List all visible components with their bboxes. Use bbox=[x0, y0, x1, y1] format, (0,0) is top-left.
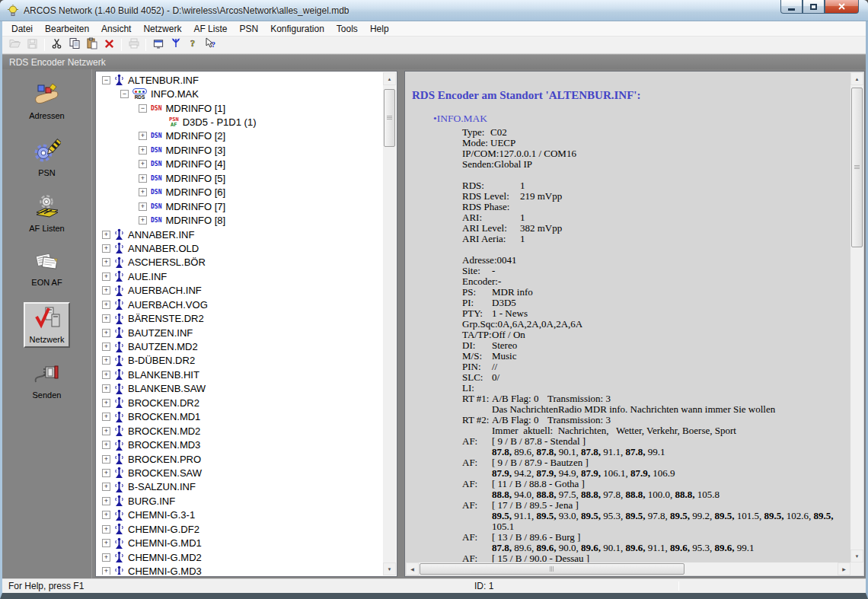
tree-item-b-salzun-inf[interactable]: +B-SALZUN.INF bbox=[97, 480, 382, 494]
tree-item-annaber-old[interactable]: +ANNABER.OLD bbox=[97, 241, 382, 255]
menu-item-bearbeiten[interactable]: Bearbeiten bbox=[39, 22, 95, 36]
delete-button[interactable] bbox=[101, 37, 118, 53]
expand-toggle-icon[interactable]: + bbox=[102, 525, 110, 534]
expand-toggle-icon[interactable]: + bbox=[102, 511, 110, 519]
menu-item-datei[interactable]: Datei bbox=[5, 22, 39, 36]
tree-item-brocken-dr2[interactable]: +BROCKEN.DR2 bbox=[97, 396, 382, 409]
tree-vertical-scrollbar[interactable]: ▲ ▼ bbox=[383, 72, 396, 575]
tree-item-b-renste-dr2[interactable]: +BÄRENSTE.DR2 bbox=[97, 311, 382, 325]
expand-toggle-icon[interactable]: + bbox=[102, 441, 110, 449]
help-button[interactable]: ? bbox=[184, 37, 202, 53]
paste-button[interactable] bbox=[83, 37, 101, 53]
expand-toggle-icon[interactable]: + bbox=[102, 483, 110, 491]
tree-item-mdrinfo-1[interactable]: −DSNMDRINFO [1] bbox=[97, 101, 382, 115]
sidebar-item-adressen[interactable]: Adressen bbox=[24, 80, 69, 123]
report-station-line[interactable]: •INFO.MAK bbox=[433, 113, 850, 125]
tree-item-auerbach-vog[interactable]: +AUERBACH.VOG bbox=[97, 298, 382, 311]
tree-item-mdrinfo-4[interactable]: +DSNMDRINFO [4] bbox=[97, 158, 382, 171]
expand-toggle-icon[interactable]: + bbox=[102, 371, 110, 379]
sidebar-item-psn[interactable]: PSN bbox=[29, 135, 65, 180]
tree-item-chemni-g-df2[interactable]: +CHEMNI-G.DF2 bbox=[97, 522, 382, 536]
expand-toggle-icon[interactable]: + bbox=[102, 329, 110, 337]
maximize-button[interactable] bbox=[803, 0, 825, 14]
menu-item-netzwerk[interactable]: Netzwerk bbox=[137, 22, 187, 36]
expand-toggle-icon[interactable]: + bbox=[102, 301, 110, 309]
expand-toggle-icon[interactable]: + bbox=[102, 314, 110, 323]
tree-item-brocken-md1[interactable]: +BROCKEN.MD1 bbox=[97, 410, 382, 424]
expand-toggle-icon[interactable]: + bbox=[102, 244, 110, 253]
sidebar-item-netzwerk[interactable]: Netzwerk bbox=[24, 302, 71, 348]
report-horizontal-scrollbar[interactable]: ◀ ▶ bbox=[406, 562, 850, 575]
expand-toggle-icon[interactable]: + bbox=[102, 497, 110, 505]
sidebar-item-senden[interactable]: Senden bbox=[28, 361, 66, 402]
minimize-button[interactable] bbox=[780, 0, 803, 14]
menu-item-help[interactable]: Help bbox=[364, 22, 395, 36]
tree-item-mdrinfo-3[interactable]: +DSNMDRINFO [3] bbox=[97, 143, 382, 157]
tree-item-chemni-g-3-1[interactable]: +CHEMNI-G.3-1 bbox=[97, 508, 382, 522]
report-hscrollbar-thumb[interactable] bbox=[420, 563, 685, 575]
tree-item-brocken-pro[interactable]: +BROCKEN.PRO bbox=[97, 452, 382, 466]
tree-item-b-d-ben-dr2[interactable]: +B-DÜBEN.DR2 bbox=[97, 354, 382, 368]
properties-button[interactable] bbox=[149, 37, 167, 53]
expand-toggle-icon[interactable]: + bbox=[139, 132, 147, 140]
expand-toggle-icon[interactable]: + bbox=[139, 160, 147, 168]
scroll-down-arrow[interactable]: ▼ bbox=[850, 550, 863, 562]
expand-toggle-icon[interactable]: + bbox=[102, 399, 110, 407]
scroll-left-arrow[interactable]: ◀ bbox=[406, 562, 419, 575]
tree-item-bautzen-md2[interactable]: +BAUTZEN.MD2 bbox=[97, 339, 382, 353]
tree-item-blankenb-hit[interactable]: +BLANKENB.HIT bbox=[97, 368, 382, 381]
tree-item-mdrinfo-5[interactable]: +DSNMDRINFO [5] bbox=[97, 171, 382, 185]
menu-item-ansicht[interactable]: Ansicht bbox=[95, 22, 137, 36]
scroll-right-arrow[interactable]: ▶ bbox=[838, 562, 850, 575]
expand-toggle-icon[interactable]: + bbox=[102, 553, 110, 562]
expand-toggle-icon[interactable]: + bbox=[139, 146, 147, 155]
expand-toggle-icon[interactable]: + bbox=[102, 427, 110, 435]
close-button[interactable] bbox=[825, 0, 859, 14]
scroll-up-arrow[interactable]: ▲ bbox=[850, 72, 863, 85]
tree-item-brocken-saw[interactable]: +BROCKEN.SAW bbox=[97, 466, 382, 480]
antenna-button[interactable] bbox=[167, 37, 184, 53]
tree-item-altenbur-inf[interactable]: −ALTENBUR.INF bbox=[97, 73, 382, 87]
tree-item-chemni-g-md2[interactable]: +CHEMNI-G.MD2 bbox=[97, 550, 382, 564]
expand-toggle-icon[interactable]: + bbox=[102, 539, 110, 547]
report-vertical-scrollbar[interactable]: ▲ ▼ bbox=[850, 72, 863, 562]
tree-item-mdrinfo-8[interactable]: +DSNMDRINFO [8] bbox=[97, 213, 382, 227]
tree-item-info-mak[interactable]: −RDSINFO.MAK bbox=[97, 87, 382, 100]
report-vscrollbar-thumb[interactable] bbox=[851, 88, 863, 247]
expand-toggle-icon[interactable]: + bbox=[139, 216, 147, 225]
collapse-toggle-icon[interactable]: − bbox=[120, 90, 129, 98]
expand-toggle-icon[interactable]: + bbox=[102, 384, 110, 393]
tree-item-aue-inf[interactable]: +AUE.INF bbox=[97, 269, 382, 283]
tree-scrollbar-thumb[interactable] bbox=[384, 89, 395, 147]
menu-item-psn[interactable]: PSN bbox=[233, 22, 264, 36]
collapse-toggle-icon[interactable]: − bbox=[102, 76, 110, 84]
copy-button[interactable] bbox=[65, 37, 83, 53]
expand-toggle-icon[interactable]: + bbox=[102, 567, 110, 575]
scroll-up-arrow[interactable]: ▲ bbox=[383, 72, 396, 85]
expand-toggle-icon[interactable]: + bbox=[102, 469, 110, 477]
tree-item-mdrinfo-7[interactable]: +DSNMDRINFO [7] bbox=[97, 199, 382, 213]
expand-toggle-icon[interactable]: + bbox=[102, 455, 110, 464]
menu-item-tools[interactable]: Tools bbox=[330, 22, 364, 36]
sidebar-item-af-listen[interactable]: AF Listen bbox=[24, 193, 69, 235]
tree-item-auerbach-inf[interactable]: +AUERBACH.INF bbox=[97, 284, 382, 298]
tree-item-burg-inf[interactable]: +BURG.INF bbox=[97, 494, 382, 508]
context-help-button[interactable]: ? bbox=[202, 37, 219, 53]
tree-item-blankenb-saw[interactable]: +BLANKENB.SAW bbox=[97, 382, 382, 396]
expand-toggle-icon[interactable]: + bbox=[102, 356, 110, 365]
tree-item-mdrinfo-6[interactable]: +DSNMDRINFO [6] bbox=[97, 186, 382, 199]
expand-toggle-icon[interactable]: + bbox=[139, 202, 147, 211]
expand-toggle-icon[interactable]: + bbox=[102, 258, 110, 266]
expand-toggle-icon[interactable]: + bbox=[139, 174, 147, 183]
expand-toggle-icon[interactable]: + bbox=[102, 343, 110, 351]
tree-item-d3d5-p1d1-1[interactable]: PSNAFD3D5 - P1D1 (1) bbox=[97, 115, 382, 129]
title-bar[interactable]: ARCOS Network (1.40 Build 4052) - D:\wir… bbox=[0, 0, 868, 21]
cut-button[interactable] bbox=[48, 37, 65, 53]
menu-item-af-liste[interactable]: AF Liste bbox=[187, 22, 233, 36]
tree-item-bautzen-inf[interactable]: +BAUTZEN.INF bbox=[97, 326, 382, 339]
collapse-toggle-icon[interactable]: − bbox=[139, 104, 147, 113]
expand-toggle-icon[interactable]: + bbox=[139, 188, 147, 196]
expand-toggle-icon[interactable]: + bbox=[102, 272, 110, 281]
tree-item-aschersl-b-r[interactable]: +ASCHERSL.BÖR bbox=[97, 256, 382, 269]
expand-toggle-icon[interactable]: + bbox=[102, 231, 110, 239]
